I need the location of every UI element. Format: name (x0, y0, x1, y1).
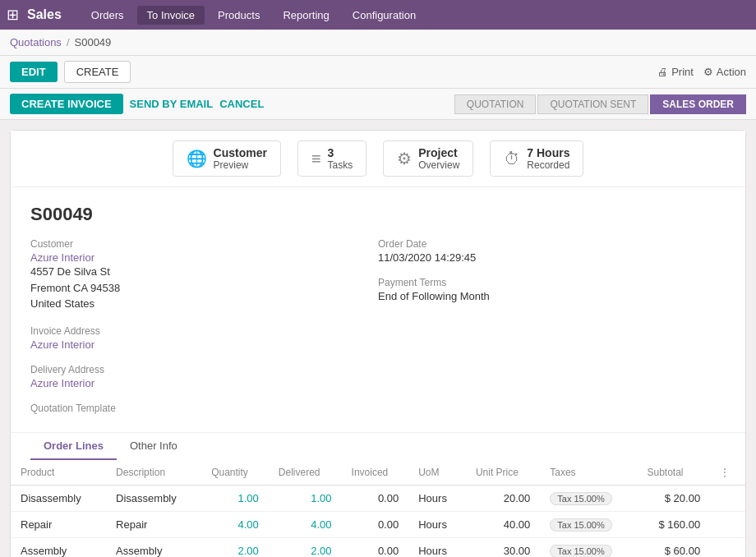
order-date-label: Order Date (378, 238, 726, 250)
delivery-address-label: Delivery Address (30, 364, 378, 375)
invoice-address-value[interactable]: Azure Interior (30, 338, 378, 351)
row3-menu[interactable] (710, 537, 745, 557)
edit-button[interactable]: EDIT (10, 62, 58, 82)
status-steps: QUOTATION QUOTATION SENT SALES ORDER (454, 94, 746, 114)
row3-uom: Hours (408, 537, 466, 557)
row2-unit-price: 40.00 (466, 511, 540, 537)
print-button[interactable]: 🖨 Print (657, 66, 694, 78)
col-description: Description (106, 460, 201, 486)
col-unit-price: Unit Price (466, 460, 540, 486)
quotation-template-label: Quotation Template (30, 403, 378, 414)
row2-invoiced: 0.00 (342, 511, 409, 537)
col-invoiced: Invoiced (342, 460, 409, 486)
send-email-button[interactable]: SEND BY EMAIL (130, 98, 214, 110)
project-overview-button[interactable]: ⚙ Project Overview (383, 140, 473, 177)
action-label: Action (717, 66, 746, 78)
order-date-value: 11/03/2020 14:29:45 (378, 251, 726, 264)
tasks-value: 3 (328, 146, 353, 159)
col-delivered: Delivered (269, 460, 342, 486)
delivery-address-field: Delivery Address Azure Interior (30, 361, 378, 393)
table-row: Assembly Assembly 2.00 2.00 0.00 Hours 3… (11, 537, 745, 557)
row1-subtotal: $ 20.00 (637, 485, 710, 511)
step-quotation-sent[interactable]: QUOTATION SENT (537, 94, 648, 114)
row1-taxes[interactable]: Tax 15.00% (540, 485, 637, 511)
app-grid-icon[interactable]: ⊞ (7, 6, 19, 24)
customer-address: 4557 De Silva St Fremont CA 94538 United… (30, 264, 378, 312)
row3-taxes[interactable]: Tax 15.00% (540, 537, 637, 557)
customer-label: Customer (30, 238, 378, 250)
breadcrumb-parent[interactable]: Quotations (10, 36, 62, 48)
row1-uom: Hours (408, 485, 466, 511)
main-content: 🌐 Customer Preview ≡ 3 Tasks ⚙ Project O… (0, 120, 756, 557)
print-icon: 🖨 (657, 66, 668, 78)
quotation-template-field: Quotation Template (30, 399, 378, 419)
customer-preview-label: Preview (214, 159, 267, 171)
col-product: Product (11, 460, 106, 486)
col-uom: UoM (408, 460, 466, 486)
nav-orders[interactable]: Orders (81, 6, 134, 25)
print-label: Print (671, 66, 694, 78)
row2-delivered: 4.00 (269, 511, 342, 537)
gear-icon: ⚙ (703, 66, 713, 78)
smart-buttons: 🌐 Customer Preview ≡ 3 Tasks ⚙ Project O… (11, 131, 745, 187)
tasks-label: Tasks (328, 159, 353, 171)
row1-unit-price: 20.00 (466, 485, 540, 511)
row2-product[interactable]: Repair (11, 511, 106, 537)
nav-configuration[interactable]: Configuration (343, 6, 426, 25)
hours-value: 7 Hours (527, 146, 569, 159)
payment-terms-field: Payment Terms End of Following Month (378, 274, 726, 306)
payment-terms-label: Payment Terms (378, 277, 726, 288)
row1-product[interactable]: Disassembly (11, 485, 106, 511)
tab-other-info[interactable]: Other Info (117, 433, 191, 460)
row3-invoiced: 0.00 (342, 537, 409, 557)
row2-quantity[interactable]: 4.00 (201, 511, 269, 537)
action-button[interactable]: ⚙ Action (703, 66, 746, 78)
col-menu: ⋮ (710, 460, 745, 486)
payment-terms-value: End of Following Month (378, 290, 726, 302)
tab-order-lines[interactable]: Order Lines (30, 433, 117, 460)
customer-name[interactable]: Azure Interior (30, 251, 378, 264)
row3-subtotal: $ 60.00 (637, 537, 710, 557)
table-row: Repair Repair 4.00 4.00 0.00 Hours 40.00… (11, 511, 745, 537)
row3-unit-price: 30.00 (466, 537, 540, 557)
action-right: 🖨 Print ⚙ Action (657, 66, 746, 78)
row3-description: Assembly (106, 537, 201, 557)
order-lines-section: Product Description Quantity Delivered I… (11, 460, 745, 558)
breadcrumb-current: S00049 (75, 36, 112, 48)
form-title: S00049 (11, 187, 745, 235)
row3-product[interactable]: Assembly (11, 537, 106, 557)
row1-quantity[interactable]: 1.00 (201, 485, 269, 511)
form-fields: Customer Azure Interior 4557 De Silva St… (11, 235, 745, 432)
create-button[interactable]: CREATE (64, 61, 131, 83)
tasks-icon: ≡ (311, 150, 321, 168)
nav-menu: Orders To Invoice Products Reporting Con… (81, 6, 426, 25)
order-date-field: Order Date 11/03/2020 14:29:45 (378, 235, 726, 267)
row2-menu[interactable] (710, 511, 745, 537)
row1-description: Disassembly (106, 485, 201, 511)
invoice-address-field: Invoice Address Azure Interior (30, 322, 378, 354)
project-value: Project (418, 146, 459, 159)
clock-icon: ⏱ (504, 150, 520, 168)
row2-taxes[interactable]: Tax 15.00% (540, 511, 637, 537)
row1-delivered: 1.00 (269, 485, 342, 511)
row3-quantity[interactable]: 2.00 (201, 537, 269, 557)
nav-to-invoice[interactable]: To Invoice (137, 6, 205, 25)
tabs-bar: Order Lines Other Info (11, 432, 745, 460)
form-card: 🌐 Customer Preview ≡ 3 Tasks ⚙ Project O… (10, 130, 746, 557)
delivery-address-value[interactable]: Azure Interior (30, 377, 378, 389)
row2-description: Repair (106, 511, 201, 537)
hours-recorded-button[interactable]: ⏱ 7 Hours Recorded (490, 140, 583, 177)
customer-preview-button[interactable]: 🌐 Customer Preview (173, 140, 281, 177)
breadcrumb: Quotations / S00049 (0, 30, 756, 56)
step-quotation[interactable]: QUOTATION (454, 94, 537, 114)
step-sales-order[interactable]: SALES ORDER (650, 94, 746, 114)
create-invoice-button[interactable]: CREATE INVOICE (10, 94, 123, 114)
table-row: Disassembly Disassembly 1.00 1.00 0.00 H… (11, 485, 745, 511)
row1-menu[interactable] (710, 485, 745, 511)
app-name: Sales (27, 7, 62, 22)
nav-products[interactable]: Products (208, 6, 270, 25)
tasks-button[interactable]: ≡ 3 Tasks (297, 140, 366, 177)
row3-delivered: 2.00 (269, 537, 342, 557)
cancel-button[interactable]: CANCEL (219, 98, 264, 110)
nav-reporting[interactable]: Reporting (273, 6, 339, 25)
